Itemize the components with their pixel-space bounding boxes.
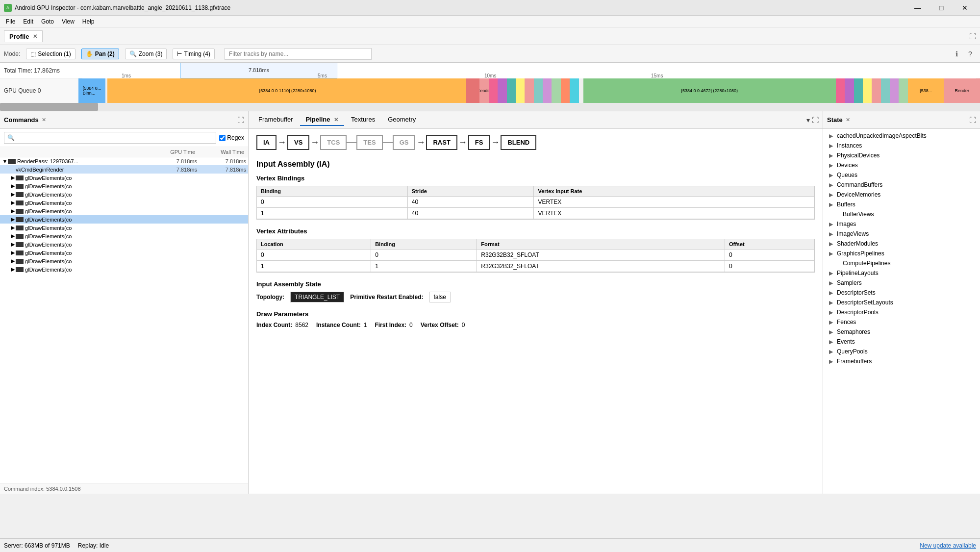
mode-selection-button[interactable]: ⬚ Selection (1) (26, 49, 75, 59)
timeline-scrollbar[interactable] (0, 103, 980, 111)
mode-pan-button[interactable]: ✋ Pan (2) (81, 49, 119, 59)
cmd-draw-6-expand[interactable]: ▶ (10, 216, 16, 223)
state-item-instances[interactable]: ▶ Instances (823, 141, 980, 151)
cmd-draw-10[interactable]: ▶ glDrawElements(co (0, 249, 248, 257)
maximize-button[interactable]: □ (930, 0, 953, 16)
cmd-vkcmd-row[interactable]: ▶ vkCmdBeginRender 7.818ms 7.818ms (0, 165, 248, 174)
mode-zoom-button[interactable]: 🔍 Zoom (3) (125, 49, 167, 59)
cmd-draw-2[interactable]: ▶ glDrawElements(co (0, 182, 248, 190)
state-item-physicaldevices[interactable]: ▶ PhysicalDevices (823, 151, 980, 160)
cmd-draw-9[interactable]: ▶ glDrawElements(co (0, 240, 248, 249)
help-button[interactable]: ? (964, 48, 976, 60)
minimize-button[interactable]: — (906, 0, 929, 16)
regex-checkbox[interactable] (219, 135, 226, 141)
filter-tracks-input[interactable] (225, 48, 372, 60)
close-button[interactable]: ✕ (954, 0, 976, 16)
timeline-scrollbar-thumb[interactable] (0, 103, 98, 111)
info-button[interactable]: ℹ (951, 48, 962, 60)
stage-rast[interactable]: RAST (426, 135, 457, 150)
state-item-querypools[interactable]: ▶ QueryPools (823, 347, 980, 356)
cmd-draw-3-expand[interactable]: ▶ (10, 191, 16, 198)
menu-goto[interactable]: Goto (37, 17, 58, 26)
state-item-imageviews[interactable]: ▶ ImageViews (823, 229, 980, 239)
tab-geometry[interactable]: Geometry (382, 114, 422, 126)
stage-fs[interactable]: FS (468, 135, 490, 150)
commands-close-button[interactable]: ✕ (42, 117, 46, 123)
state-item-graphicspipelines[interactable]: ▶ GraphicsPipelines (823, 249, 980, 258)
tab-textures[interactable]: Textures (345, 114, 381, 126)
cmd-draw-4[interactable]: ▶ glDrawElements(co (0, 199, 248, 207)
state-item-shadermodules[interactable]: ▶ ShaderModules (823, 239, 980, 249)
tab-pipeline[interactable]: Pipeline ✕ (300, 114, 344, 126)
cmd-draw-5[interactable]: ▶ glDrawElements(co (0, 207, 248, 215)
cmd-draw-11[interactable]: ▶ glDrawElements(co (0, 257, 248, 265)
state-item-descriptorsets[interactable]: ▶ DescriptorSets (823, 288, 980, 298)
cmd-draw-5-expand[interactable]: ▶ (10, 208, 16, 214)
menu-edit[interactable]: Edit (19, 17, 37, 26)
state-item-samplers[interactable]: ▶ Samplers (823, 278, 980, 288)
state-item-images[interactable]: ▶ Images (823, 219, 980, 229)
gpu-block-2: [5384 0 0 1110] (2280x1080) (107, 78, 468, 103)
stage-vs[interactable]: VS (287, 135, 309, 150)
commands-search-input[interactable] (4, 132, 216, 144)
timeline-ruler[interactable]: 1ms 7.818ms 5ms 10ms 15ms (82, 63, 976, 78)
cmd-renderpass-row[interactable]: ▼ RenderPass: 12970367... 7.818ms 7.818m… (0, 157, 248, 165)
commands-search-row: Regex (0, 129, 248, 147)
pipeline-expand-button[interactable]: ⛶ (812, 116, 819, 124)
state-item-events[interactable]: ▶ Events (823, 337, 980, 347)
cmd-draw-11-expand[interactable]: ▶ (10, 258, 16, 264)
cmd-draw-7-expand[interactable]: ▶ (10, 225, 16, 231)
stage-tes[interactable]: TES (356, 135, 382, 150)
menu-file[interactable]: File (2, 17, 19, 26)
cmd-draw-10-expand[interactable]: ▶ (10, 250, 16, 256)
state-item-semaphores[interactable]: ▶ Semaphores (823, 327, 980, 337)
state-item-queues[interactable]: ▶ Queues (823, 170, 980, 180)
pipeline-panel: Framebuffer Pipeline ✕ Textures Geometry… (249, 111, 823, 494)
pipeline-tab-close[interactable]: ✕ (334, 117, 338, 123)
commands-expand-button[interactable]: ⛶ (237, 116, 244, 124)
cmd-draw-8-expand[interactable]: ▶ (10, 233, 16, 239)
state-expand-button[interactable]: ⛶ (969, 116, 976, 124)
cmd-draw-7[interactable]: ▶ glDrawElements(co (0, 224, 248, 232)
state-item-computepipelines[interactable]: ▶ ComputePipelines (823, 258, 980, 268)
state-item-cachedUnpacked[interactable]: ▶ cachedUnpackedImageAspectBits (823, 131, 980, 141)
stage-blend[interactable]: BLEND (501, 135, 536, 150)
cmd-expand-icon[interactable]: ▼ (2, 158, 8, 164)
menu-view[interactable]: View (58, 17, 78, 26)
cmd-draw-12-expand[interactable]: ▶ (10, 266, 16, 273)
pipeline-dropdown-button[interactable]: ▾ (806, 116, 810, 124)
state-item-fences[interactable]: ▶ Fences (823, 317, 980, 327)
cmd-draw-9-expand[interactable]: ▶ (10, 241, 16, 248)
state-item-commandbuffers[interactable]: ▶ CommandBuffers (823, 180, 980, 190)
state-item-framebuffers[interactable]: ▶ Framebuffers (823, 356, 980, 366)
state-item-buffers[interactable]: ▶ Buffers (823, 200, 980, 209)
stage-gs[interactable]: GS (393, 135, 416, 150)
profile-tab[interactable]: Profile ✕ (4, 30, 43, 42)
gpu-queue-track[interactable]: [5384 0...Binn... [5384 0 0 1110] (2280x… (78, 78, 980, 103)
profile-fullscreen-icon[interactable]: ⛶ (969, 32, 976, 40)
cmd-draw-4-expand[interactable]: ▶ (10, 200, 16, 206)
stage-tcs[interactable]: TCS (320, 135, 347, 150)
cmd-draw-1[interactable]: ▶ glDrawElements(co (0, 174, 248, 182)
state-item-devicememories[interactable]: ▶ DeviceMemories (823, 190, 980, 200)
cmd-draw-2-expand[interactable]: ▶ (10, 183, 16, 189)
state-close-button[interactable]: ✕ (846, 117, 850, 123)
cmd-draw-3[interactable]: ▶ glDrawElements(co (0, 190, 248, 199)
profile-tab-close[interactable]: ✕ (33, 33, 37, 40)
state-item-devices[interactable]: ▶ Devices (823, 160, 980, 170)
update-link[interactable]: New update available (920, 542, 976, 549)
state-item-pipelinelayouts[interactable]: ▶ PipelineLayouts (823, 268, 980, 278)
cmd-renderpass-icon (8, 159, 16, 164)
state-item-descriptorsetlayouts[interactable]: ▶ DescriptorSetLayouts (823, 298, 980, 307)
tab-framebuffer[interactable]: Framebuffer (252, 114, 299, 126)
cmd-draw-1-expand[interactable]: ▶ (10, 175, 16, 181)
stage-ia[interactable]: IA (256, 135, 276, 150)
menu-help[interactable]: Help (78, 17, 99, 26)
cmd-draw-6-selected[interactable]: ▶ glDrawElements(co (0, 215, 248, 224)
cmd-draw-1-name: glDrawElements(co (25, 175, 148, 181)
state-item-descriptorpools[interactable]: ▶ DescriptorPools (823, 307, 980, 317)
cmd-draw-12[interactable]: ▶ glDrawElements(co (0, 265, 248, 274)
cmd-draw-8[interactable]: ▶ glDrawElements(co (0, 232, 248, 240)
state-item-bufferviews[interactable]: ▶ BufferViews (823, 209, 980, 219)
mode-timing-button[interactable]: ⊢ Timing (4) (173, 49, 215, 59)
